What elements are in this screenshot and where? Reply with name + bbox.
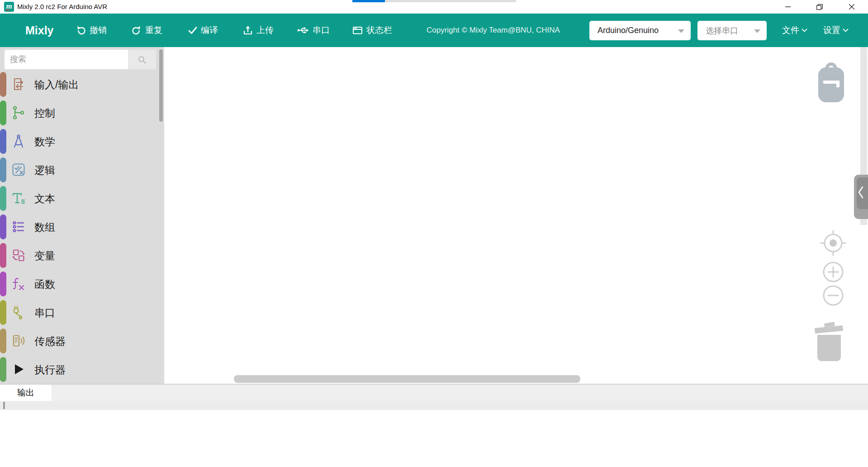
menu-file[interactable]: 文件 bbox=[782, 14, 807, 47]
copyright-text: Copyright © Mixly Team@BNU, CHINA bbox=[427, 14, 560, 47]
zoom-in-button[interactable] bbox=[823, 262, 844, 282]
category-color-bar bbox=[0, 129, 6, 154]
backpack-icon[interactable] bbox=[817, 62, 845, 103]
sidebar-category-array[interactable]: 数组 bbox=[0, 213, 156, 241]
search-icon bbox=[138, 55, 147, 64]
window-title: Mixly 2.0 rc2 For Arduino AVR bbox=[17, 0, 107, 14]
category-color-bar bbox=[0, 329, 6, 353]
category-label: 数组 bbox=[34, 220, 55, 234]
redo-icon bbox=[132, 25, 142, 35]
blockly-workspace[interactable] bbox=[164, 47, 868, 384]
board-select[interactable]: Arduino/Genuino bbox=[589, 21, 691, 40]
tab-output-label: 输出 bbox=[17, 387, 34, 399]
output-scroll-strip bbox=[0, 401, 868, 410]
check-icon bbox=[188, 26, 197, 35]
upload-button[interactable]: 上传 bbox=[243, 14, 274, 47]
mixly-logo-icon: m bbox=[4, 2, 14, 12]
trash-icon[interactable] bbox=[813, 319, 845, 362]
sidebar-category-text[interactable]: 文本 bbox=[0, 184, 156, 213]
category-label: 输入/输出 bbox=[34, 77, 79, 91]
logic-icon bbox=[11, 162, 26, 177]
upload-icon bbox=[243, 25, 253, 35]
sidebar-category-logic[interactable]: 逻辑 bbox=[0, 156, 156, 184]
category-color-bar bbox=[0, 272, 6, 296]
minus-circle-icon bbox=[824, 286, 843, 305]
chevron-down-icon bbox=[843, 29, 849, 32]
undo-button[interactable]: 撤销 bbox=[76, 14, 107, 47]
port-select-value: 选择串口 bbox=[697, 25, 738, 36]
main-toolbar: Mixly 撤销 重复 编译 上传 bbox=[0, 14, 868, 47]
category-color-bar bbox=[0, 357, 6, 382]
sensor-icon bbox=[11, 333, 26, 348]
sidebar-category-function[interactable]: 函数 bbox=[0, 270, 156, 298]
sidebar-scrollbar-thumb[interactable] bbox=[159, 49, 163, 122]
variable-icon bbox=[11, 248, 26, 263]
minimize-icon bbox=[785, 4, 791, 10]
output-tabstrip: 输出 bbox=[0, 385, 868, 401]
port-select[interactable]: 选择串口 bbox=[697, 21, 767, 40]
control-icon bbox=[11, 105, 26, 120]
output-console[interactable] bbox=[0, 410, 868, 467]
sidebar-category-math[interactable]: 数学 bbox=[0, 127, 156, 156]
progress-bar-track bbox=[385, 0, 516, 2]
sidebar-category-serial[interactable]: 串口 bbox=[0, 298, 156, 327]
text-icon bbox=[11, 191, 26, 206]
sidebar-category-control[interactable]: 控制 bbox=[0, 99, 156, 127]
blocks-sidebar: 输入/输出 控制 数学 bbox=[0, 47, 164, 384]
sidebar-category-variable[interactable]: 变量 bbox=[0, 241, 156, 270]
category-label: 传感器 bbox=[34, 334, 66, 348]
chevron-left-icon bbox=[858, 186, 864, 199]
serial-cable-icon bbox=[11, 305, 26, 320]
restore-icon bbox=[816, 4, 823, 10]
sidebar-category-actuator[interactable]: 执行器 bbox=[0, 355, 156, 384]
sidebar-category-io[interactable]: 输入/输出 bbox=[0, 70, 156, 99]
chevron-down-icon bbox=[754, 29, 760, 33]
serial-button[interactable]: 串口 bbox=[297, 14, 330, 47]
category-color-bar bbox=[0, 300, 6, 325]
category-label: 函数 bbox=[34, 277, 55, 291]
compile-button[interactable]: 编译 bbox=[188, 14, 218, 47]
play-triangle-icon bbox=[11, 362, 26, 377]
math-icon bbox=[11, 133, 26, 149]
category-label: 执行器 bbox=[34, 362, 66, 376]
zoom-out-button[interactable] bbox=[823, 285, 844, 306]
chevron-down-icon bbox=[678, 29, 684, 33]
progress-bar-filled bbox=[352, 0, 385, 2]
category-color-bar bbox=[0, 186, 6, 211]
usb-icon bbox=[297, 25, 309, 35]
array-icon bbox=[11, 219, 26, 234]
restore-button[interactable] bbox=[809, 0, 830, 14]
canvas-horizontal-scrollbar-thumb[interactable] bbox=[234, 375, 580, 383]
redo-button[interactable]: 重复 bbox=[132, 14, 162, 47]
category-label: 串口 bbox=[34, 305, 55, 319]
search-button[interactable] bbox=[128, 50, 156, 69]
category-color-bar bbox=[0, 243, 6, 268]
category-color-bar bbox=[0, 100, 6, 125]
category-color-bar bbox=[0, 157, 6, 182]
center-workspace-button[interactable] bbox=[820, 229, 847, 257]
code-panel-collapse-handle[interactable] bbox=[854, 175, 868, 219]
category-color-bar bbox=[0, 214, 6, 239]
category-label: 逻辑 bbox=[34, 163, 55, 177]
minimize-button[interactable] bbox=[778, 0, 798, 14]
category-label: 变量 bbox=[34, 248, 55, 262]
category-label: 文本 bbox=[34, 191, 55, 205]
sidebar-category-sensor[interactable]: 传感器 bbox=[0, 327, 156, 355]
search-input[interactable] bbox=[5, 50, 128, 69]
io-icon bbox=[11, 76, 26, 92]
category-label: 数学 bbox=[34, 134, 55, 148]
title-bar: m Mixly 2.0 rc2 For Arduino AVR bbox=[0, 0, 868, 14]
statusbar-button[interactable]: 状态栏 bbox=[352, 14, 392, 47]
tab-output[interactable]: 输出 bbox=[0, 385, 52, 401]
category-label: 控制 bbox=[34, 106, 55, 120]
board-select-value: Arduino/Genuino bbox=[589, 26, 659, 35]
function-icon bbox=[11, 276, 26, 291]
close-icon bbox=[849, 4, 854, 10]
close-button[interactable] bbox=[841, 0, 862, 14]
output-panel: 输出 bbox=[0, 384, 868, 467]
crosshair-icon bbox=[821, 231, 845, 255]
mixly-brand-button[interactable]: Mixly bbox=[25, 14, 54, 47]
chevron-down-icon bbox=[802, 29, 807, 32]
menu-settings[interactable]: 设置 bbox=[823, 14, 849, 47]
statusbar-icon bbox=[352, 25, 363, 35]
